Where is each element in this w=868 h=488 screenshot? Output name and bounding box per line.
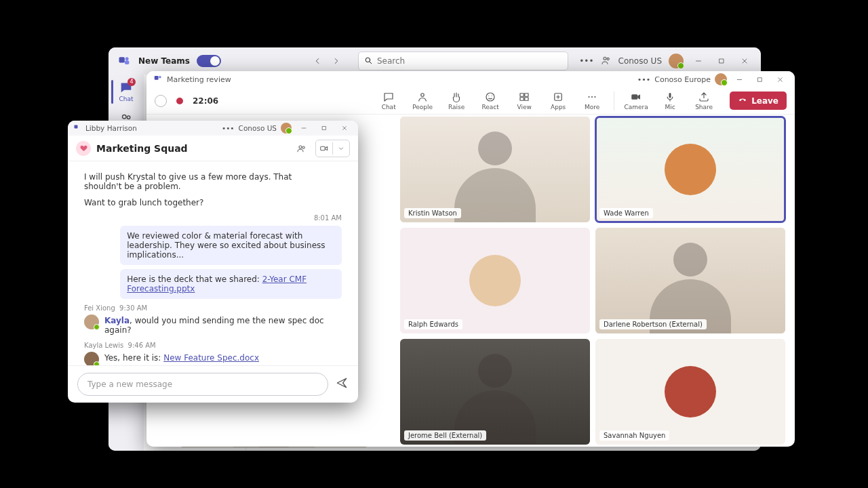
svg-point-3: [366, 58, 370, 62]
svg-point-10: [159, 75, 161, 78]
org-label[interactable]: Conoso US: [618, 56, 662, 66]
nav-back-button[interactable]: [309, 53, 326, 69]
meeting-org-label[interactable]: Conoso Europe: [654, 75, 711, 84]
video-tile[interactable]: Ralph Edwards: [400, 228, 590, 333]
svg-rect-23: [669, 93, 671, 98]
chat-titlebar: Libby Harrison ••• Conoso US: [68, 121, 358, 136]
search-input[interactable]: [377, 56, 562, 66]
chat-maximize-button[interactable]: [316, 121, 332, 136]
tool-apps[interactable]: Apps: [546, 91, 570, 110]
teams-logo-icon: [73, 123, 81, 133]
meeting-maximize-button[interactable]: [751, 72, 768, 87]
new-teams-toggle[interactable]: [197, 55, 221, 67]
leave-label: Leave: [751, 96, 778, 106]
sender-avatar[interactable]: [84, 314, 99, 329]
svg-rect-24: [75, 125, 78, 129]
chat-messages[interactable]: I will push Krystal to give us a few mor…: [68, 161, 358, 365]
more-icon[interactable]: •••: [637, 75, 650, 84]
svg-point-12: [421, 94, 425, 97]
tool-raise[interactable]: Raise: [444, 91, 469, 110]
tool-share[interactable]: Share: [692, 91, 716, 110]
main-avatar[interactable]: [669, 54, 684, 68]
org-icon[interactable]: [601, 55, 612, 68]
compose-input[interactable]: Type a new message: [77, 373, 328, 396]
tool-react[interactable]: React: [478, 91, 502, 110]
main-maximize-button[interactable]: [713, 54, 730, 68]
people-icon[interactable]: [294, 140, 310, 157]
chat-badge: 4: [127, 78, 136, 86]
chat-org-label[interactable]: Conoso US: [239, 124, 277, 132]
nav-forward-button[interactable]: [328, 53, 344, 69]
video-tile[interactable]: Darlene Robertson (External): [595, 228, 785, 333]
participant-video: [400, 339, 590, 445]
compose-placeholder: Type a new message: [87, 380, 172, 389]
svg-rect-11: [757, 77, 762, 81]
chat-minimize-button[interactable]: [296, 121, 312, 136]
video-call-button[interactable]: [315, 140, 350, 157]
participant-name: Savannah Nguyen: [599, 430, 669, 441]
main-close-button[interactable]: [736, 54, 753, 68]
participant-video: [400, 117, 590, 222]
svg-point-27: [302, 146, 304, 148]
like-button[interactable]: [155, 95, 167, 107]
new-teams-label: New Teams: [138, 56, 190, 66]
svg-point-19: [589, 96, 590, 98]
video-tile[interactable]: Jerome Bell (External): [400, 339, 590, 445]
svg-rect-6: [719, 59, 724, 63]
tool-mic[interactable]: Mic: [658, 91, 682, 110]
meeting-avatar[interactable]: [715, 73, 727, 85]
message-text: Here is the deck that we shared:: [127, 274, 262, 284]
leave-button[interactable]: Leave: [730, 92, 787, 110]
chat-popout-window: Libby Harrison ••• Conoso US Marketing S…: [68, 121, 358, 403]
video-tile[interactable]: Kristin Watson: [400, 117, 590, 222]
message-row[interactable]: Kayla, would you mind sending me the new…: [84, 314, 342, 336]
svg-rect-17: [525, 98, 528, 101]
tool-chat[interactable]: Chat: [376, 91, 401, 110]
more-icon[interactable]: •••: [579, 56, 593, 66]
mention[interactable]: Kayla: [104, 316, 130, 325]
participant-avatar: [665, 366, 716, 418]
tool-view[interactable]: View: [512, 91, 536, 110]
tool-more[interactable]: More: [580, 91, 604, 110]
meeting-minimize-button[interactable]: [731, 72, 747, 87]
attachment-link[interactable]: New Feature Spec.docx: [163, 353, 259, 363]
meeting-timer: 22:06: [193, 96, 218, 106]
participant-video: [595, 228, 785, 333]
svg-rect-22: [631, 94, 637, 100]
toolbar-divider: [614, 92, 614, 110]
main-minimize-button[interactable]: [690, 54, 707, 68]
chevron-down-icon[interactable]: [333, 140, 349, 157]
rail-chat[interactable]: 4 Chat: [111, 79, 141, 105]
svg-rect-28: [321, 146, 326, 150]
tool-camera[interactable]: Camera: [624, 91, 648, 110]
message[interactable]: Want to grab lunch together?: [84, 197, 306, 209]
search-box[interactable]: [358, 52, 568, 70]
message-row[interactable]: Yes, here it is: New Feature Spec.docx N…: [84, 352, 342, 365]
meeting-close-button[interactable]: [772, 72, 788, 87]
video-tile[interactable]: Wade Warren: [595, 117, 785, 222]
tool-people[interactable]: People: [410, 91, 435, 110]
send-button[interactable]: [335, 376, 349, 392]
sender-avatar[interactable]: [84, 352, 99, 365]
participant-name: Wade Warren: [599, 208, 653, 218]
message-outgoing[interactable]: Here is the deck that we shared: 2-Year …: [120, 269, 342, 299]
svg-point-5: [607, 58, 609, 60]
message-meta: Fei Xiong 9:30 AM: [84, 304, 342, 312]
chat-title: Marketing Squad: [96, 143, 188, 154]
message[interactable]: I will push Krystal to give us a few mor…: [84, 171, 306, 192]
svg-point-4: [604, 57, 606, 60]
svg-point-1: [125, 57, 129, 60]
meeting-tools: Chat People Raise React View Apps More C…: [376, 91, 787, 110]
message-outgoing[interactable]: We reviewed color & material forecast wi…: [120, 226, 342, 265]
chat-avatar[interactable]: [281, 123, 292, 134]
main-right-controls: ••• Conoso US: [579, 54, 753, 68]
svg-rect-14: [520, 94, 524, 97]
svg-point-7: [123, 115, 127, 119]
video-tile[interactable]: Savannah Nguyen: [595, 339, 785, 445]
meeting-title: Marketing review: [167, 75, 231, 84]
more-icon[interactable]: •••: [222, 124, 235, 132]
chat-close-button[interactable]: [336, 121, 353, 136]
heart-icon: [76, 141, 91, 156]
svg-point-21: [595, 96, 596, 98]
teams-logo-icon: [117, 54, 132, 68]
